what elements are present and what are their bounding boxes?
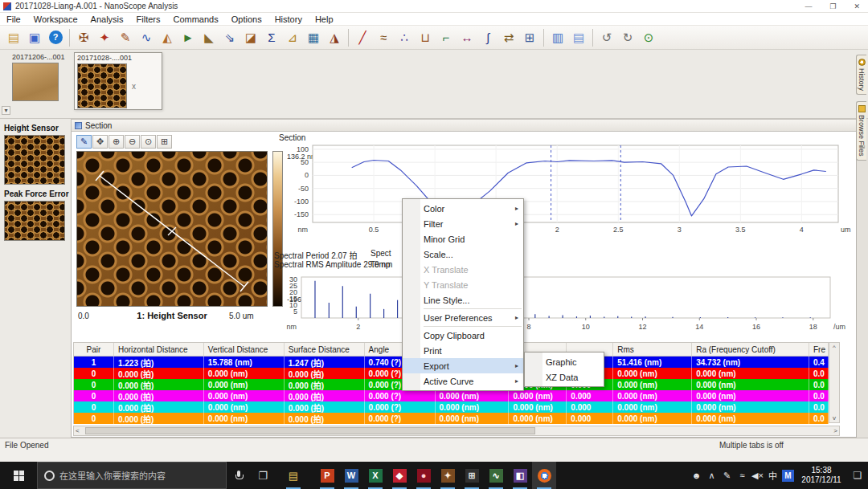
tile-windows-icon[interactable]: ▥ <box>547 27 568 48</box>
scroll-right-icon[interactable]: > <box>833 427 837 434</box>
file-explorer-icon[interactable]: ▤ <box>281 462 305 489</box>
channel-thumbnail-2[interactable] <box>4 201 65 241</box>
side-tab-browse-files[interactable]: Browse Files <box>856 101 866 161</box>
volume-muted-icon[interactable]: ◀× <box>750 471 765 481</box>
table-row[interactable]: 00.000 (拍)0.000 (nm)0.000 (拍)0.000 (?)0.… <box>74 401 829 413</box>
undo-icon[interactable]: ↺ <box>596 27 617 48</box>
help-icon[interactable]: ? <box>45 27 66 48</box>
column-header[interactable]: Ra (Frequency Cutoff) <box>692 343 809 357</box>
table-row[interactable]: 00.000 (拍)0.000 (nm)0.000 (拍)0.000 (?)0.… <box>74 390 829 401</box>
column-header[interactable]: Pair <box>74 343 114 357</box>
multi-analysis-icon[interactable]: ⊞ <box>519 27 540 48</box>
menu-item-minor-grid[interactable]: Minor Grid <box>403 231 523 247</box>
psd-analysis-icon[interactable]: ∫ <box>477 27 498 48</box>
maximize-button[interactable]: ❐ <box>829 2 836 10</box>
wear-tool-icon[interactable]: ◭ <box>157 27 178 48</box>
save-file-icon[interactable]: ▣ <box>24 27 45 48</box>
app-red-icon[interactable]: ◆ <box>387 462 411 489</box>
scratch-tool-icon[interactable]: ✎ <box>115 27 136 48</box>
menu-options[interactable]: Options <box>225 14 268 25</box>
menu-item-active-curve[interactable]: Active Curve▸ <box>403 373 523 389</box>
zoom-in-icon[interactable]: ⊕ <box>108 135 124 149</box>
close-button[interactable]: ✕ <box>854 2 860 10</box>
step-analysis-icon[interactable]: ⌐ <box>436 27 457 48</box>
column-header[interactable]: Horizontal Distance <box>114 343 204 357</box>
table-horizontal-scrollbar[interactable]: < > <box>73 426 840 436</box>
calculator-icon[interactable]: ⊞ <box>460 462 484 489</box>
menu-item-filter[interactable]: Filter▸ <box>403 216 523 231</box>
tab-close-button[interactable]: x <box>132 82 136 91</box>
nanoscope-icon[interactable]: ◧ <box>508 462 532 489</box>
menu-item-print[interactable]: Print <box>403 343 523 358</box>
scroll-up-icon[interactable]: ^ <box>829 344 839 351</box>
submenu-item-xz-data[interactable]: XZ Data <box>525 369 604 385</box>
menu-item-user-preferences[interactable]: User Preferences▸ <box>403 310 523 325</box>
column-header[interactable]: Fre <box>809 343 829 357</box>
pan-tool-icon[interactable]: ✥ <box>92 135 108 149</box>
table-vertical-scrollbar[interactable]: ^ v <box>829 342 840 423</box>
channel-thumbnail-1[interactable] <box>4 135 65 185</box>
sum-tool-icon[interactable]: Σ <box>261 27 282 48</box>
xy-drift-icon[interactable]: ⇄ <box>498 27 519 48</box>
redo-icon[interactable]: ↻ <box>617 27 638 48</box>
run-tool-icon[interactable]: ► <box>178 27 199 48</box>
roughness-analysis-icon[interactable]: ≈ <box>373 27 394 48</box>
menu-filters[interactable]: Filters <box>130 14 167 25</box>
pen-icon[interactable]: ✎ <box>719 471 735 481</box>
open-file-icon[interactable]: ▤ <box>3 27 24 48</box>
column-header[interactable]: Rms <box>613 343 692 357</box>
submenu-item-graphic[interactable]: Graphic <box>525 354 604 369</box>
mic-button[interactable] <box>227 462 251 489</box>
m-app-tray-icon[interactable]: M <box>780 470 796 482</box>
scrollbar-thumb[interactable] <box>85 427 535 434</box>
menu-file[interactable]: File <box>0 14 27 25</box>
spectrum-chart[interactable]: 3025201510524681012141618nm/um <box>274 275 854 339</box>
network-icon[interactable]: ≈ <box>735 471 750 480</box>
document-tab-1[interactable]: 20171206-...001 <box>10 52 71 102</box>
document-thumbnail[interactable] <box>12 63 59 101</box>
menu-item-copy-clipboard[interactable]: Copy Clipboard <box>403 328 523 343</box>
section-profile-chart[interactable]: Section 100500-50-100-1500.511.522.533.5… <box>274 133 854 242</box>
excel-icon[interactable]: X <box>363 462 387 489</box>
offset-tool-icon[interactable]: ⊞ <box>157 135 172 149</box>
depth-analysis-icon[interactable]: ⊔ <box>415 27 436 48</box>
column-header[interactable]: Surface Distance <box>285 343 365 357</box>
grid-tool-icon[interactable]: ▦ <box>303 27 324 48</box>
probe-tool-icon[interactable]: ✠ <box>73 27 94 48</box>
document-thumbnail[interactable] <box>77 63 127 108</box>
table-row[interactable]: 00.000 (拍)0.000 (nm)0.000 (拍)0.000 (?)0.… <box>74 413 829 424</box>
export-tool-icon[interactable]: ⇘ <box>219 27 240 48</box>
hidden-icons-chevron[interactable]: ∧ <box>704 471 719 481</box>
afm-image[interactable] <box>76 151 268 307</box>
minimize-button[interactable]: — <box>805 2 812 10</box>
zoom-out-icon[interactable]: ⊖ <box>125 135 140 149</box>
clock[interactable]: 15:38 2017/12/11 <box>796 462 847 489</box>
menu-analysis[interactable]: Analysis <box>84 14 130 25</box>
indent-tool-icon[interactable]: ✦ <box>94 27 115 48</box>
origin-icon[interactable]: ∿ <box>484 462 508 489</box>
app-brown-icon[interactable]: ✦ <box>436 462 460 489</box>
ime-language-indicator[interactable]: 中 <box>765 469 780 482</box>
side-tab-history[interactable]: History <box>856 55 866 95</box>
cascade-windows-icon[interactable]: ▤ <box>568 27 589 48</box>
document-tab-2[interactable]: 20171028-....001x <box>74 52 162 110</box>
tab-overflow-button[interactable]: ▾ <box>2 106 10 115</box>
menu-history[interactable]: History <box>268 14 309 25</box>
io-status-icon[interactable]: ⊙ <box>638 27 659 48</box>
people-icon[interactable]: ☻ <box>689 471 704 480</box>
menu-item-scale[interactable]: Scale... <box>403 247 523 262</box>
powerpoint-icon[interactable]: P <box>315 462 339 489</box>
tilt-tool-icon[interactable]: ◮ <box>324 27 345 48</box>
ramp-tool-icon[interactable]: ∿ <box>136 27 157 48</box>
scroll-left-icon[interactable]: < <box>76 427 80 434</box>
action-center-icon[interactable]: ❏ <box>847 462 868 489</box>
scroll-down-icon[interactable]: v <box>829 414 839 422</box>
particle-analysis-icon[interactable]: ∴ <box>394 27 415 48</box>
app-crimson-icon[interactable]: ● <box>411 462 436 489</box>
search-box[interactable]: 在这里输入你要搜索的内容 <box>37 462 227 489</box>
menu-item-y-translate[interactable]: Y Translate <box>403 277 523 292</box>
menu-help[interactable]: Help <box>309 14 340 25</box>
line-tool-icon[interactable]: ✎ <box>76 135 92 149</box>
word-icon[interactable]: W <box>339 462 363 489</box>
browser-icon[interactable] <box>532 462 556 489</box>
